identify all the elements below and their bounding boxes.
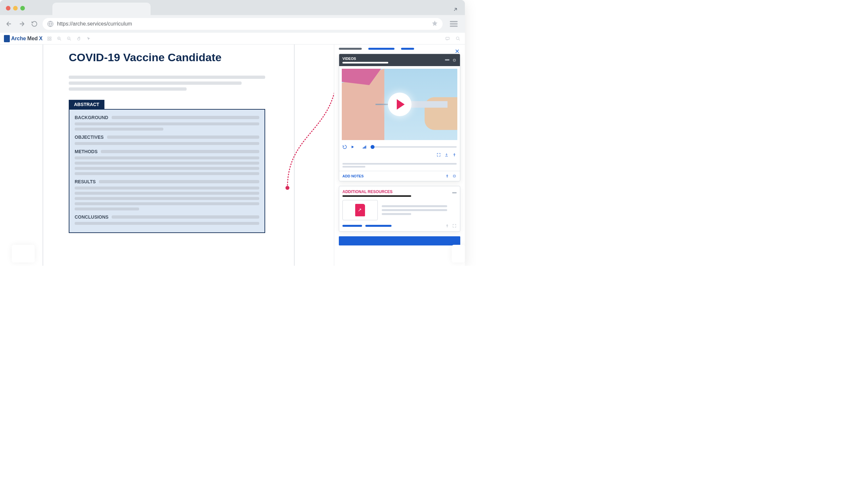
placeholder-line (75, 187, 259, 189)
window-maximize-button[interactable] (20, 6, 25, 11)
sidebar-tabs (339, 48, 460, 50)
placeholder-line (69, 82, 242, 85)
resource-text (382, 203, 447, 217)
page-gutter-left (43, 44, 43, 266)
fullscreen-icon[interactable] (452, 224, 457, 228)
svg-rect-4 (50, 39, 51, 40)
placeholder-line (75, 192, 259, 195)
resources-header: ADDITIONAL RESOURCES (342, 189, 457, 197)
placeholder-line (75, 128, 163, 131)
logo-text-x: X (39, 36, 43, 42)
sidebar-tab-active[interactable] (368, 48, 395, 50)
section-label: CONCLUSIONS (75, 214, 109, 220)
video-progress-bar[interactable] (371, 146, 457, 148)
video-thumbnail[interactable] (342, 69, 457, 140)
add-notes-button[interactable]: ADD NOTES (342, 174, 364, 178)
sidebar-tab[interactable] (401, 48, 414, 50)
section-label: OBJECTIVES (75, 134, 104, 140)
section-heading-conclusions: CONCLUSIONS (75, 214, 259, 220)
floating-widget-right[interactable] (452, 245, 465, 262)
video-controls (339, 143, 460, 151)
cursor-tool-icon[interactable] (86, 36, 92, 42)
videos-card: VIDEOS (339, 54, 460, 181)
window-close-button[interactable] (6, 6, 11, 11)
expand-icon[interactable] (453, 6, 458, 12)
zoom-out-icon[interactable] (66, 36, 72, 42)
placeholder-line (75, 162, 259, 164)
resource-chip[interactable] (366, 225, 391, 227)
document: COVID-19 Vaccine Candidate ABSTRACT BACK… (69, 51, 265, 266)
minimize-icon[interactable] (452, 191, 457, 196)
placeholder-line (342, 62, 388, 63)
zoom-in-icon[interactable] (56, 36, 62, 42)
search-icon[interactable] (455, 36, 461, 42)
play-button[interactable] (388, 92, 412, 116)
video-description (339, 160, 460, 171)
globe-icon (47, 20, 54, 27)
resource-chip[interactable] (342, 225, 362, 227)
sidebar-action-bar[interactable] (339, 236, 460, 245)
placeholder-line (75, 172, 259, 175)
svg-rect-11 (445, 59, 449, 60)
hand-tool-icon[interactable] (76, 36, 82, 42)
pin-icon[interactable] (452, 153, 457, 157)
window-minimize-button[interactable] (13, 6, 18, 11)
placeholder-line (69, 76, 265, 79)
resource-footer (342, 224, 457, 228)
svg-rect-15 (366, 146, 366, 148)
grid-icon[interactable] (46, 36, 52, 42)
collapse-icon[interactable] (452, 58, 457, 62)
placeholder-line (75, 123, 259, 125)
collapse-icon[interactable] (452, 174, 457, 178)
resource-item[interactable] (342, 200, 457, 220)
play-icon (397, 99, 405, 110)
reload-button[interactable] (31, 20, 38, 28)
placeholder-line (75, 222, 259, 225)
additional-resources-card: ADDITIONAL RESOURCES (339, 186, 460, 232)
replay-icon[interactable] (342, 145, 347, 149)
pin-icon[interactable] (445, 224, 449, 228)
section-label: METHODS (75, 149, 98, 154)
svg-rect-2 (50, 37, 51, 38)
logo-mark-icon (4, 35, 10, 42)
pin-icon[interactable] (445, 174, 449, 178)
hamburger-icon (450, 21, 458, 27)
progress-handle[interactable] (371, 145, 374, 149)
close-sidebar-button[interactable]: ✕ (455, 48, 460, 55)
section-label: BACKGROUND (75, 115, 109, 120)
browser-menu-button[interactable] (447, 18, 460, 30)
download-icon[interactable] (444, 153, 449, 157)
svg-rect-3 (48, 39, 49, 40)
section-heading-results: RESULTS (75, 179, 259, 184)
placeholder-line (382, 209, 447, 211)
fullscreen-icon[interactable] (436, 153, 441, 157)
svg-rect-1 (48, 37, 49, 38)
browser-tab[interactable] (52, 3, 150, 15)
forward-button[interactable] (18, 20, 26, 28)
url-text: https://arche.services/curriculum (57, 21, 132, 27)
minimize-icon[interactable] (445, 58, 449, 62)
placeholder-line (69, 87, 187, 91)
section-heading-methods: METHODS (75, 149, 259, 154)
volume-icon[interactable] (363, 145, 367, 149)
section-heading-background: BACKGROUND (75, 115, 259, 120)
videos-label: VIDEOS (342, 57, 356, 60)
archemedx-logo[interactable]: ArcheMedX (4, 35, 43, 42)
play-small-icon[interactable] (350, 145, 355, 149)
floating-widget[interactable] (12, 245, 35, 262)
abstract-box: BACKGROUND OBJECTIVES METHODS RESULTS (69, 109, 265, 233)
url-bar[interactable]: https://arche.services/curriculum (43, 18, 443, 30)
pdf-icon (355, 204, 365, 216)
document-title: COVID-19 Vaccine Candidate (69, 51, 265, 64)
page-gutter-right (294, 44, 295, 266)
placeholder-line (75, 207, 139, 211)
placeholder-line (342, 166, 366, 168)
back-button[interactable] (4, 20, 13, 28)
placeholder-line (382, 205, 447, 207)
sidebar-tab[interactable] (339, 48, 362, 50)
abstract-tab: ABSTRACT (69, 100, 104, 109)
bookmark-star-icon[interactable] (431, 20, 438, 28)
svg-rect-7 (446, 37, 449, 39)
browser-toolbar: https://arche.services/curriculum (0, 15, 465, 33)
comment-icon[interactable] (445, 36, 450, 42)
